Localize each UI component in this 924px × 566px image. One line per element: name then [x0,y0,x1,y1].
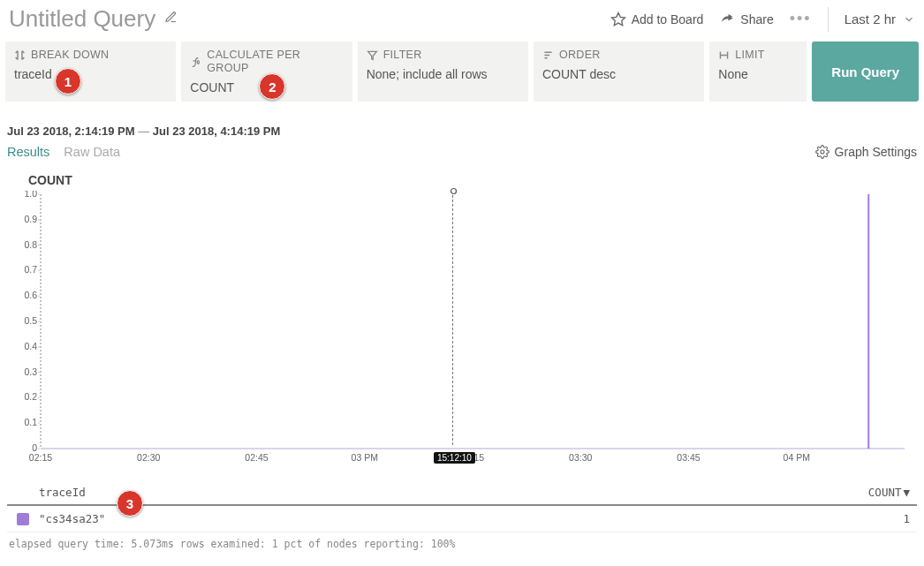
filter-value: None; include all rows [367,67,519,81]
page-title: Untitled Query [9,5,155,33]
limit-value: None [718,67,798,81]
filter-clause[interactable]: FILTER None; include all rows [358,42,528,102]
svg-text:0.7: 0.7 [24,264,37,275]
function-icon [190,57,201,68]
count-chart[interactable]: 00.10.20.30.40.50.60.70.80.91.002:1502:3… [12,191,912,473]
svg-point-1 [821,150,824,154]
svg-text:02:15: 02:15 [29,452,52,463]
svg-text:0.8: 0.8 [24,239,37,250]
svg-text:0.2: 0.2 [24,391,37,402]
breakdown-clause[interactable]: BREAK DOWN traceId 1 [5,42,176,102]
chart-title: COUNT [28,173,912,187]
order-clause[interactable]: ORDER COUNT desc [534,42,704,102]
cursor-time-badge: 15:12:10 [434,452,475,464]
svg-text:02:45: 02:45 [245,452,268,463]
breakdown-value: traceId [14,67,167,81]
time-range-display: Jul 23 2018, 2:14:19 PM — Jul 23 2018, 4… [0,102,924,145]
star-icon [610,11,626,27]
svg-text:0.1: 0.1 [24,417,37,427]
svg-point-35 [451,189,456,194]
add-to-board-button[interactable]: Add to Board [610,11,704,27]
svg-text:04 PM: 04 PM [784,452,810,463]
share-icon [719,11,735,27]
svg-text:1.0: 1.0 [24,191,37,199]
annotation-badge-2: 2 [259,73,285,100]
sort-desc-icon: ▼ [903,486,910,499]
time-range-picker[interactable]: Last 2 hr [844,11,915,26]
calculate-clause[interactable]: CALCULATE PER GROUP COUNT 2 [181,42,352,102]
svg-text:0.6: 0.6 [24,290,37,300]
svg-text:0.3: 0.3 [24,366,37,377]
cell-traceid: "cs34sa23" [39,512,846,525]
svg-text:03:45: 03:45 [677,452,700,463]
order-value: COUNT desc [542,67,695,81]
svg-text:02:30: 02:30 [137,452,160,463]
tab-raw-data[interactable]: Raw Data [64,145,120,159]
more-actions-button[interactable]: ••• [790,10,812,28]
annotation-badge-1: 1 [55,68,81,94]
svg-text:03 PM: 03 PM [352,452,378,463]
table-header-traceid[interactable]: traceId [39,486,846,499]
table-header-row: traceId COUNT▼ [7,480,917,506]
divider [828,7,829,32]
graph-settings-button[interactable]: Graph Settings [815,145,917,159]
breakdown-icon [14,49,26,61]
edit-icon[interactable] [164,11,178,27]
svg-text:03:30: 03:30 [569,452,592,463]
cell-count: 1 [846,512,917,525]
limit-clause[interactable]: LIMIT None [709,42,807,102]
table-row[interactable]: "cs34sa23" 1 [7,506,917,532]
gear-icon [815,145,829,159]
svg-text:0.4: 0.4 [24,341,37,351]
table-header-count[interactable]: COUNT▼ [846,486,917,499]
filter-icon [367,49,378,61]
svg-text:0.5: 0.5 [24,315,37,326]
sort-icon [542,49,554,61]
limit-icon [718,49,730,61]
series-color-swatch [17,513,29,525]
chart-cursor: 15:12:10 [452,191,453,445]
query-stats-footer: elapsed query time: 5.073ms rows examine… [7,532,917,550]
svg-marker-0 [611,12,625,25]
svg-text:0.9: 0.9 [24,214,37,224]
annotation-badge-3: 3 [117,490,143,517]
run-query-button[interactable]: Run Query [812,42,919,102]
share-button[interactable]: Share [719,11,773,27]
chevron-down-icon [903,13,915,26]
tab-results[interactable]: Results [7,145,49,159]
